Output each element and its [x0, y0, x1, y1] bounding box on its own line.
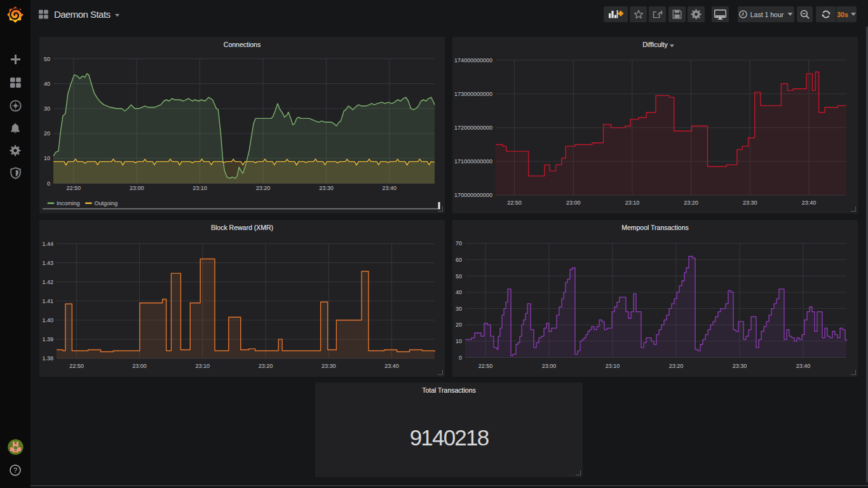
svg-text:23:00: 23:00 — [130, 185, 144, 191]
svg-text:22:50: 22:50 — [478, 363, 493, 369]
svg-text:22:50: 22:50 — [507, 200, 522, 206]
svg-text:?: ? — [13, 466, 17, 474]
svg-text:170000000000: 170000000000 — [454, 192, 492, 198]
svg-text:23:40: 23:40 — [383, 185, 397, 191]
svg-text:23:40: 23:40 — [384, 363, 399, 369]
svg-text:20: 20 — [456, 322, 462, 328]
svg-text:23:20: 23:20 — [259, 363, 273, 369]
svg-text:173000000000: 173000000000 — [454, 91, 492, 97]
svg-text:1.41: 1.41 — [42, 298, 53, 304]
svg-text:23:10: 23:10 — [606, 363, 620, 369]
svg-text:40: 40 — [44, 81, 50, 87]
svg-text:23:10: 23:10 — [625, 200, 640, 206]
svg-text:23:40: 23:40 — [796, 363, 811, 369]
svg-text:60: 60 — [456, 257, 462, 263]
svg-text:23:10: 23:10 — [196, 363, 210, 369]
svg-text:0: 0 — [47, 180, 50, 187]
svg-text:0: 0 — [459, 355, 462, 361]
svg-text:23:20: 23:20 — [256, 185, 271, 191]
svg-text:30: 30 — [456, 306, 462, 312]
svg-text:1.44: 1.44 — [42, 241, 53, 247]
svg-text:23:00: 23:00 — [542, 363, 557, 369]
svg-text:50: 50 — [456, 273, 462, 280]
svg-text:23:20: 23:20 — [669, 363, 684, 369]
svg-text:10: 10 — [44, 155, 50, 161]
svg-text:23:10: 23:10 — [193, 185, 207, 191]
svg-text:23:20: 23:20 — [684, 200, 698, 206]
svg-text:50: 50 — [44, 56, 50, 62]
svg-text:174000000000: 174000000000 — [454, 57, 492, 64]
svg-text:Incoming: Incoming — [57, 200, 80, 207]
svg-text:23:30: 23:30 — [743, 200, 757, 206]
svg-text:23:40: 23:40 — [802, 200, 817, 206]
svg-text:22:50: 22:50 — [67, 185, 81, 191]
svg-text:171000000000: 171000000000 — [454, 158, 492, 165]
svg-text:1.42: 1.42 — [42, 279, 53, 285]
svg-text:1.43: 1.43 — [42, 260, 53, 266]
svg-text:Outgoing: Outgoing — [95, 200, 118, 207]
svg-text:23:30: 23:30 — [319, 185, 334, 191]
svg-text:30: 30 — [44, 105, 50, 112]
svg-text:20: 20 — [44, 130, 50, 137]
svg-text:1.38: 1.38 — [42, 355, 53, 362]
svg-text:40: 40 — [456, 289, 462, 295]
svg-text:23:30: 23:30 — [322, 363, 336, 369]
svg-text:172000000000: 172000000000 — [454, 125, 492, 131]
svg-text:10: 10 — [456, 338, 462, 344]
svg-text:1.39: 1.39 — [42, 336, 53, 342]
svg-text:23:00: 23:00 — [132, 363, 147, 369]
svg-text:70: 70 — [456, 240, 462, 247]
svg-text:23:30: 23:30 — [733, 363, 747, 369]
svg-text:22:50: 22:50 — [69, 363, 84, 369]
svg-text:1.40: 1.40 — [42, 317, 53, 323]
svg-text:23:00: 23:00 — [566, 200, 581, 206]
